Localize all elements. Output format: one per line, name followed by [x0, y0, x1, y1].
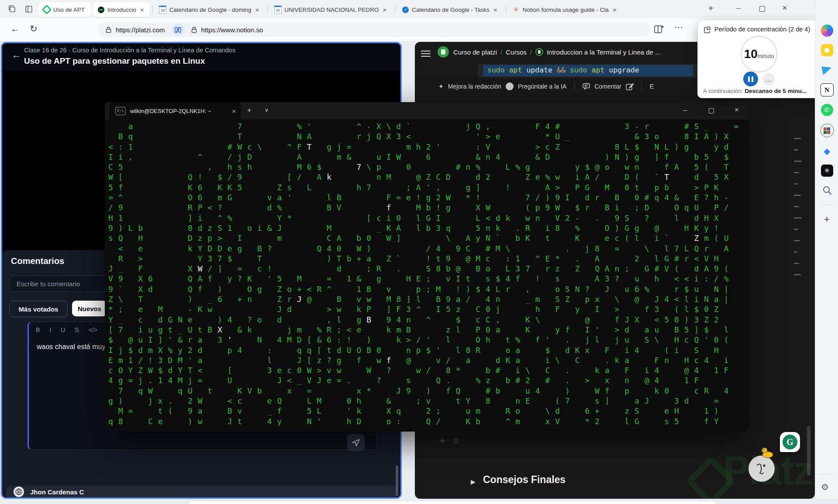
lock-icon — [106, 27, 111, 33]
terminal-tab[interactable]: C:\ wilkin@DESKTOP-2QLNK1H: ~ × — [109, 102, 241, 120]
platzi-scrollbar[interactable] — [396, 466, 398, 496]
window-close-button[interactable]: × — [778, 3, 791, 13]
terminal-matrix-line: 5f K6 KK5 Zs L h7 ;A', g] ! A> PG M 0t p… — [108, 182, 745, 192]
taskbar-strip — [0, 499, 838, 504]
filter-most-voted-button[interactable]: Más votados — [9, 301, 68, 317]
comment-button[interactable]: Comentar — [594, 83, 621, 90]
tab-label: Calendario de Google - doming — [169, 7, 252, 13]
format--icon[interactable]: </> — [89, 326, 97, 333]
pause-button[interactable] — [743, 72, 758, 86]
more-options-icon[interactable]: ⋯ — [674, 22, 683, 32]
whatsapp-icon[interactable]: ✆ — [821, 104, 833, 116]
code-block[interactable]: sudo apt update && sudo apt upgrade — [478, 64, 700, 78]
refresh-button[interactable]: ↻ — [30, 24, 38, 34]
toolbar-partial-item[interactable]: E — [650, 83, 654, 90]
split-window-icon[interactable] — [653, 24, 665, 37]
outline-dash — [794, 172, 799, 173]
breadcrumb-page[interactable]: Introduccion a la Terminal y Linea de ..… — [547, 48, 661, 56]
split-screen-link-icon[interactable] — [172, 24, 184, 36]
comment-row[interactable]: Jhon Cardenas C — [7, 486, 396, 498]
breadcrumb-separator: / — [530, 48, 532, 56]
taskbar-card — [188, 501, 717, 504]
terminal-matrix-line: V9 X6 QAf y?K '5 M = 1& g HE; vIt s$4f !… — [108, 274, 745, 284]
terminal-maximize-button[interactable] — [704, 108, 719, 115]
window-maximize-button[interactable] — [755, 6, 769, 13]
terminal-matrix-line: 9` Xd Qf ) Og Zo+<R^ 1B v p;M !)$4Lr , o… — [108, 284, 745, 294]
outline-dash — [794, 217, 802, 219]
format-b-icon[interactable]: B — [36, 326, 40, 333]
terminal-matrix-line: J_ F XW/] = c! d ;R . S8b@ Bo L37 rz Z Q… — [108, 264, 745, 274]
block-heading[interactable]: Consejos Finales — [483, 474, 566, 486]
breadcrumb-workspace[interactable]: Curso de platzi — [453, 48, 497, 56]
back-button[interactable]: ← — [10, 24, 20, 34]
page-outline-indicator[interactable] — [794, 138, 804, 285]
telegram-icon[interactable] — [821, 64, 833, 76]
send-comment-button[interactable] — [347, 434, 365, 451]
new-tab-button[interactable]: + — [708, 3, 714, 14]
terminal-titlebar[interactable]: C:\ wilkin@DESKTOP-2QLNK1H: ~ × + ∨ ─ × — [105, 102, 748, 120]
search-icon[interactable] — [821, 184, 833, 196]
tab-actions-icon[interactable] — [24, 4, 34, 14]
ask-ai-button[interactable]: Pregúntale a la IA — [518, 83, 566, 90]
tab-separator — [506, 6, 506, 14]
code-token: && — [557, 66, 570, 74]
google-keep-icon[interactable] — [821, 44, 833, 56]
browser-tab[interactable]: 12UNIVERSIDAD NACIONAL PEDRO× — [269, 2, 392, 17]
browser-tab[interactable]: Uso de APT — [38, 2, 92, 17]
workspaces-icon[interactable] — [7, 4, 17, 14]
notion-icon[interactable]: N — [821, 83, 834, 96]
browser-tab[interactable]: ✳Notion formula usage guide - Cla× — [508, 2, 622, 17]
terminal-matrix-line: 7 qW qU t KVb x = x* J9 ) fQ #b u4 ) Wf … — [108, 386, 745, 396]
terminal-dropdown-icon[interactable]: ∨ — [265, 107, 269, 113]
format-i-icon[interactable]: I — [49, 326, 51, 333]
back-arrow-icon[interactable]: ← — [12, 49, 21, 61]
ai-assistant-face[interactable] — [748, 456, 775, 482]
address-bar[interactable]: https://platzi.com https://www.notion.so — [98, 22, 650, 37]
tab-separator — [152, 6, 153, 14]
terminal-matrix-line: $ @uI]'&ra 3' N 4MD[&6:! ) k>/' l Oh t% … — [108, 335, 745, 345]
tab-close-icon[interactable]: × — [139, 7, 145, 13]
outline-dash — [794, 229, 798, 230]
drag-handle-icon[interactable]: ⠿ — [453, 437, 458, 446]
terminal-new-tab-button[interactable]: + — [247, 106, 252, 115]
terminal-matrix-line: q8 Ce )w Jt 4y N' hD o: Q/ Kb ^m xV *2 l… — [108, 416, 745, 426]
code-line[interactable]: sudo apt update && sudo apt upgrade — [487, 66, 639, 74]
url-platzi[interactable]: https://platzi.com — [116, 26, 165, 34]
breadcrumb-separator: / — [500, 48, 502, 56]
improve-writing-button[interactable]: Mejora la redacción — [448, 83, 501, 90]
browser-tab[interactable]: 12Calendario de Google - doming× — [155, 2, 265, 17]
copilot-icon[interactable] — [821, 24, 833, 37]
url-notion[interactable]: https://www.notion.so — [201, 26, 263, 34]
format-s-icon[interactable]: S — [75, 326, 79, 333]
edit-pencil-icon[interactable] — [626, 83, 634, 90]
jira-icon[interactable]: ◆ — [821, 145, 833, 157]
tab-separator — [395, 6, 395, 14]
gear-icon[interactable]: ⚙ — [821, 482, 829, 492]
tab-close-icon[interactable]: × — [492, 7, 499, 13]
chatgpt-icon[interactable]: ✳ — [821, 165, 833, 177]
terminal-close-button[interactable]: × — [729, 106, 744, 114]
workspace-avatar[interactable] — [438, 46, 449, 58]
toggle-arrow-icon[interactable]: ▶ — [471, 478, 476, 485]
window-minimize-button[interactable]: ─ — [732, 4, 745, 12]
tab-close-icon[interactable]: × — [382, 7, 388, 13]
terminal-matrix-line: g) jx. 2W <c eQ LM 0h & ;v tY 8 nE (7 s]… — [108, 396, 745, 406]
avatar — [14, 487, 24, 497]
format-u-icon[interactable]: U — [61, 326, 65, 333]
terminal-tab-close-icon[interactable]: × — [232, 107, 236, 115]
grammarly-icon[interactable]: G — [780, 432, 800, 452]
filter-newest-button[interactable]: Nuevos — [72, 301, 107, 316]
breadcrumb-section[interactable]: Cursos — [506, 48, 527, 56]
browser-tab[interactable]: ✓Calendario de Google - Tasks× — [397, 2, 503, 17]
add-sidebar-app-icon[interactable]: + — [821, 213, 833, 226]
popup-more-button[interactable]: ... — [762, 73, 775, 86]
terminal-minimize-button[interactable]: ─ — [678, 107, 693, 114]
tab-close-icon[interactable]: × — [254, 7, 260, 13]
course-breadcrumb[interactable]: Clase 16 de 26 · Curso de Introducción a… — [24, 47, 235, 54]
tab-close-icon[interactable]: × — [611, 7, 618, 13]
hamburger-menu-icon[interactable] — [421, 49, 431, 56]
browser-tab[interactable]: Introduccio× — [93, 2, 150, 17]
edge-sidebar: × N✆◆✳+ ⚙ — [815, 0, 838, 499]
microsoft-365-icon[interactable] — [820, 123, 834, 137]
add-block-icon[interactable]: + — [439, 435, 445, 447]
